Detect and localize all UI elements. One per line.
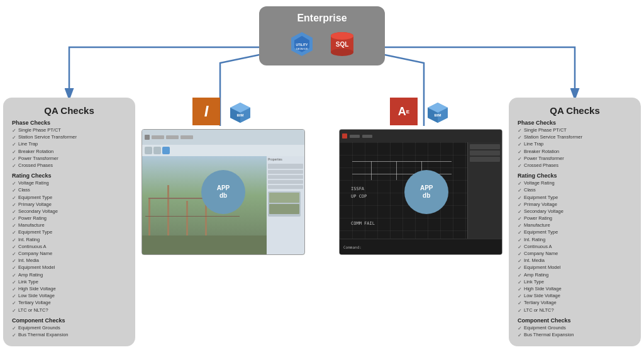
qa-left-item: ✓Single Phase PT/CT — [12, 127, 126, 134]
qa-right-item: ✓Int. Rating — [518, 237, 632, 244]
qa-left-item: ✓Amp Rating — [12, 272, 126, 279]
qa-right-item: ✓Continuous A — [518, 244, 632, 251]
qa-left-item: ✓Continuous A — [12, 244, 126, 251]
qa-right-item: ✓Power Rating — [518, 215, 632, 222]
qa-right-item: ✓Company Name — [518, 251, 632, 258]
app-panel-autocad: AE BIM — [336, 98, 506, 255]
qa-left-item: ✓Bus Thermal Expansion — [12, 332, 126, 339]
qa-right-item: ✓Int. Media — [518, 258, 632, 264]
qa-right-item: ✓Voltage Rating — [518, 180, 632, 187]
app-panel-revit: I BIM — [138, 98, 308, 255]
qa-right-item: ✓Breaker Rotation — [518, 149, 632, 156]
qa-left-item: ✓Tertiary Voltage — [12, 300, 126, 307]
qa-right-item: ✓High Side Voltage — [518, 286, 632, 293]
qa-right-item: ✓Low Side Voltage — [518, 293, 632, 300]
qa-right-item: ✓Tertiary Voltage — [518, 300, 632, 307]
qa-right-item: ✓Equipment Model — [518, 264, 632, 271]
app-db-circle-revit: APP db — [201, 170, 245, 214]
qa-right-item: ✓Manufacture — [518, 222, 632, 229]
svg-text:DATAHUB: DATAHUB — [296, 47, 308, 50]
qa-left-item: ✓Line Trap — [12, 141, 126, 148]
qa-right-item: ✓Link Type — [518, 279, 632, 286]
revit-top-icons: I BIM — [192, 98, 254, 125]
autocad-addin-icon: BIM — [424, 98, 452, 125]
qa-left-section-component-title: Component Checks — [12, 317, 126, 324]
qa-right-item: ✓Single Phase PT/CT — [518, 127, 632, 134]
qa-left-item: ✓High Side Voltage — [12, 286, 126, 293]
qa-right-item: ✓Class — [518, 187, 632, 194]
qa-right-item: ✓Line Trap — [518, 141, 632, 148]
qa-left-item: ✓Primary Voltage — [12, 201, 126, 208]
revit-addin-icon: BIM — [226, 98, 254, 125]
qa-left-item: ✓Class — [12, 187, 126, 194]
revit-icon: I — [192, 98, 220, 125]
qa-left-item: ✓Equipment Model — [12, 264, 126, 271]
app-db-circle-autocad: APP db — [404, 170, 448, 214]
qa-left-item: ✓Breaker Rotation — [12, 149, 126, 156]
revit-screenshot: Properties APP db — [142, 129, 305, 255]
qa-left-item: ✓LTC or NLTC? — [12, 307, 126, 314]
qa-left-section-phase-title: Phase Checks — [12, 120, 126, 126]
qa-left-item: ✓Equipment Type — [12, 229, 126, 236]
qa-left-item: ✓Voltage Rating — [12, 180, 126, 187]
svg-text:UTILITY: UTILITY — [296, 43, 309, 47]
qa-left-item: ✓Power Transformer — [12, 156, 126, 162]
qa-right-item: ✓Primary Voltage — [518, 201, 632, 208]
autocad-screenshot: ISSFA UP COP BK W BK COMM FAIL Command: — [339, 129, 502, 255]
svg-text:SQL: SQL — [336, 41, 349, 48]
revit-screenshot-content: Properties APP db — [142, 130, 304, 254]
autocad-top-icons: AE BIM — [390, 98, 452, 125]
qa-right-item: ✓Secondary Voltage — [518, 208, 632, 215]
autocad-icon: AE — [390, 98, 418, 125]
qa-right-item: ✓Equipment Type — [518, 229, 632, 236]
enterprise-title: Enterprise — [297, 13, 347, 24]
svg-text:BIM: BIM — [435, 113, 441, 117]
svg-point-8 — [331, 48, 353, 56]
autocad-content: ISSFA UP COP BK W BK COMM FAIL Command: — [340, 130, 502, 254]
qa-right-item: ✓Equipment Type — [518, 195, 632, 201]
qa-left-item: ✓Low Side Voltage — [12, 293, 126, 300]
main-container: Enterprise UTILITY DATAHUB — [0, 0, 644, 357]
qa-panel-right-title: QA Checks — [518, 105, 632, 116]
qa-left-item: ✓Equipment Type — [12, 195, 126, 201]
sql-icon: SQL — [327, 29, 357, 59]
qa-left-item: ✓Station Service Transformer — [12, 134, 126, 141]
svg-text:BIM: BIM — [237, 113, 244, 117]
qa-right-item: ✓Station Service Transformer — [518, 134, 632, 141]
qa-left-item: ✓Power Rating — [12, 215, 126, 222]
qa-right-item: ✓Equipment Grounds — [518, 325, 632, 332]
qa-left-item: ✓Crossed Phases — [12, 162, 126, 169]
qa-right-item: ✓LTC or NLTC? — [518, 307, 632, 314]
qa-right-section-phase-title: Phase Checks — [518, 120, 632, 126]
qa-left-item: ✓Manufacture — [12, 222, 126, 229]
enterprise-box: Enterprise UTILITY DATAHUB — [259, 6, 385, 65]
qa-panel-left: QA Checks Phase Checks ✓Single Phase PT/… — [3, 98, 135, 346]
qa-right-item: ✓Bus Thermal Expansion — [518, 332, 632, 339]
qa-left-item: ✓Int. Rating — [12, 237, 126, 244]
qa-right-item: ✓Amp Rating — [518, 272, 632, 279]
qa-left-section-rating-title: Rating Checks — [12, 173, 126, 179]
svg-point-9 — [331, 32, 353, 40]
qa-panel-right: QA Checks Phase Checks ✓Single Phase PT/… — [509, 98, 641, 346]
enterprise-icons: UTILITY DATAHUB SQL — [287, 29, 357, 59]
qa-left-item: ✓Int. Media — [12, 258, 126, 264]
qa-right-section-component-title: Component Checks — [518, 317, 632, 324]
utility-datahub-icon: UTILITY DATAHUB — [287, 29, 317, 59]
qa-left-item: ✓Company Name — [12, 251, 126, 258]
qa-left-item: ✓Equipment Grounds — [12, 325, 126, 332]
qa-right-item: ✓Power Transformer — [518, 156, 632, 162]
qa-left-item: ✓Link Type — [12, 279, 126, 286]
qa-left-item: ✓Secondary Voltage — [12, 208, 126, 215]
qa-right-section-rating-title: Rating Checks — [518, 173, 632, 179]
qa-panel-left-title: QA Checks — [12, 105, 126, 116]
qa-right-item: ✓Crossed Phases — [518, 162, 632, 169]
